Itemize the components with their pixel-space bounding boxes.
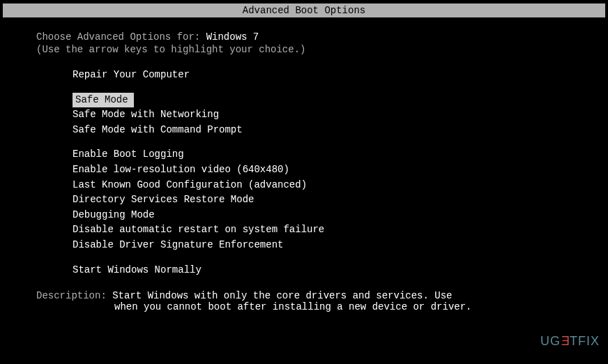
watermark: UGETFIX bbox=[540, 334, 600, 349]
menu-repair-computer[interactable]: Repair Your Computer bbox=[73, 68, 192, 83]
menu-directory-services-restore[interactable]: Directory Services Restore Mode bbox=[73, 192, 257, 208]
menu-enable-boot-logging[interactable]: Enable Boot Logging bbox=[73, 147, 187, 162]
title-bar: Advanced Boot Options bbox=[3, 3, 605, 17]
watermark-ug: UG bbox=[540, 334, 561, 348]
description-line1: Start Windows with only the core drivers… bbox=[112, 290, 452, 301]
hint-line: (Use the arrow keys to highlight your ch… bbox=[36, 44, 608, 55]
menu-debugging-mode[interactable]: Debugging Mode bbox=[73, 208, 158, 223]
watermark-tfix: TFIX bbox=[570, 334, 600, 348]
watermark-e: E bbox=[561, 334, 570, 349]
description-label: Description: bbox=[36, 290, 112, 301]
menu-start-windows-normally[interactable]: Start Windows Normally bbox=[73, 263, 204, 278]
boot-menu[interactable]: Repair Your Computer Safe Mode Safe Mode… bbox=[73, 68, 608, 278]
menu-last-known-good-config[interactable]: Last Known Good Configuration (advanced) bbox=[73, 178, 310, 193]
boot-menu-content: Choose Advanced Options for: Windows 7 (… bbox=[0, 17, 608, 312]
menu-disable-auto-restart[interactable]: Disable automatic restart on system fail… bbox=[73, 222, 327, 238]
menu-low-resolution-video[interactable]: Enable low-resolution video (640x480) bbox=[73, 162, 292, 178]
menu-disable-driver-signature[interactable]: Disable Driver Signature Enforcement bbox=[73, 238, 286, 253]
menu-safe-mode-networking[interactable]: Safe Mode with Networking bbox=[73, 107, 222, 123]
os-name: Windows 7 bbox=[206, 31, 259, 43]
description-block: Description: Start Windows with only the… bbox=[36, 290, 608, 312]
page-title: Advanced Boot Options bbox=[243, 5, 365, 16]
menu-safe-mode-command-prompt[interactable]: Safe Mode with Command Prompt bbox=[73, 123, 245, 138]
header-prefix: Choose Advanced Options for: bbox=[36, 31, 206, 43]
header-line: Choose Advanced Options for: Windows 7 bbox=[36, 31, 608, 43]
description-line2: when you cannot boot after installing a … bbox=[36, 301, 608, 312]
menu-safe-mode[interactable]: Safe Mode bbox=[73, 93, 134, 108]
